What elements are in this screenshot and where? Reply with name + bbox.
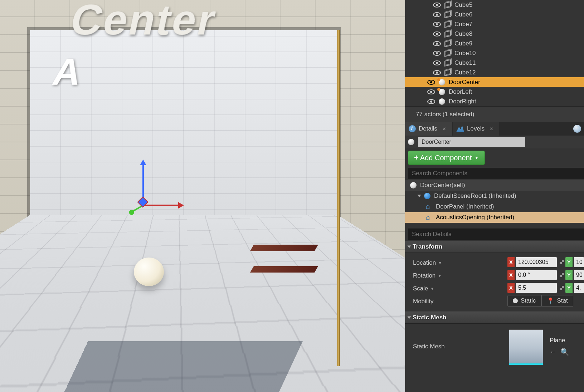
visibility-icon[interactable] <box>433 22 441 27</box>
expand-icon[interactable] <box>560 273 564 277</box>
scale-label: Scale▼ <box>413 282 507 295</box>
info-icon <box>409 125 416 132</box>
outliner-item[interactable]: Cube8 <box>405 29 584 39</box>
rotation-x-input[interactable] <box>516 270 557 280</box>
visibility-icon[interactable] <box>433 51 441 56</box>
tab-levels[interactable]: Levels ✕ <box>453 122 499 136</box>
outliner-item[interactable]: Cube12 <box>405 68 584 77</box>
mesh-asset-name[interactable]: Plane <box>550 337 569 344</box>
visibility-icon[interactable] <box>427 99 435 104</box>
visibility-icon[interactable] <box>433 31 441 36</box>
outliner-item-label: Cube10 <box>454 50 584 57</box>
mobility-label: Stat <box>557 297 568 304</box>
outliner-item-selected[interactable]: DoorCenter <box>405 77 584 87</box>
search-components-input[interactable] <box>408 168 584 179</box>
chevron-down-icon[interactable]: ▼ <box>430 286 434 291</box>
component-scene-root[interactable]: DefaultSceneRoot1 (Inherited) <box>405 191 584 201</box>
location-x-input[interactable] <box>516 257 557 267</box>
world-icon[interactable] <box>573 125 581 133</box>
chevron-down-icon: ▼ <box>474 155 479 160</box>
actor-name-input[interactable] <box>418 137 525 147</box>
door-frame-edge <box>337 30 340 366</box>
section-static-mesh[interactable]: Static Mesh <box>405 312 584 324</box>
visibility-icon[interactable] <box>427 80 435 85</box>
outliner-item[interactable]: DoorRight <box>405 97 584 106</box>
back-arrow-icon[interactable]: ← <box>550 348 557 356</box>
mobility-stationary-button[interactable]: 📍Stat <box>541 295 573 307</box>
outliner-item-label: DoorLeft <box>449 88 584 95</box>
section-label: Transform <box>413 243 442 250</box>
gizmo-axis-x[interactable] <box>143 205 179 206</box>
component-root[interactable]: DoorCenter(self) <box>405 180 584 191</box>
component-label: DefaultSceneRoot1 (Inherited) <box>434 192 516 200</box>
scale-y-input[interactable] <box>574 283 584 293</box>
component-label: DoorCenter(self) <box>420 182 465 189</box>
scale-x-input[interactable] <box>516 283 557 293</box>
component-door-panel[interactable]: DoorPanel (Inherited) <box>405 201 584 212</box>
chevron-down-icon[interactable]: ▼ <box>438 261 442 265</box>
actor-sphere-icon <box>439 79 445 85</box>
visibility-icon[interactable] <box>433 60 441 65</box>
search-details-input[interactable] <box>408 229 584 240</box>
outliner-item[interactable]: Cube11 <box>405 58 584 68</box>
transform-gizmo[interactable] <box>132 182 179 240</box>
expand-triangle-icon[interactable] <box>408 246 411 248</box>
add-component-button[interactable]: + Add Component ▼ <box>408 151 485 165</box>
outliner-item-label: DoorRight <box>449 98 584 105</box>
tab-label: Levels <box>467 125 485 132</box>
actor-sphere-3d[interactable] <box>134 258 164 286</box>
expand-icon[interactable] <box>560 286 564 290</box>
close-icon[interactable]: ✕ <box>490 126 493 132</box>
location-y-input[interactable] <box>574 257 584 267</box>
static-mesh-icon <box>444 2 451 8</box>
visibility-icon[interactable] <box>433 3 441 8</box>
floor-stripe <box>250 266 318 273</box>
close-icon[interactable]: ✕ <box>442 126 446 132</box>
add-component-label: Add Component <box>420 154 472 162</box>
actor-sphere-icon <box>408 139 414 145</box>
static-mesh-properties: Static Mesh Plane ← 🔍 <box>405 324 584 369</box>
outliner-item-label: Cube5 <box>454 1 584 9</box>
outliner-item[interactable]: Cube10 <box>405 48 584 58</box>
visibility-icon[interactable] <box>433 12 441 17</box>
component-acoustics-opening[interactable]: AcousticsOpening (Inherited) <box>405 212 584 223</box>
right-panel: Cube5 Cube6 Cube7 Cube8 Cube9 Cube10 Cub… <box>405 0 584 392</box>
static-mesh-icon <box>444 41 451 46</box>
expand-triangle-icon[interactable] <box>418 195 421 197</box>
outliner-item-label: Cube12 <box>454 69 584 76</box>
browse-icon[interactable]: 🔍 <box>560 348 569 356</box>
mesh-thumbnail[interactable] <box>509 329 543 364</box>
expand-icon[interactable] <box>560 260 564 264</box>
transform-properties: Location▼ Rotation▼ Scale▼ Mobility X Y … <box>405 253 584 312</box>
outliner-item-label: Cube11 <box>454 59 584 67</box>
outliner-item[interactable]: Cube5 <box>405 0 584 10</box>
viewport-3d[interactable]: Center A <box>0 0 405 392</box>
static-mesh-icon <box>444 70 451 75</box>
outliner-item[interactable]: Cube9 <box>405 39 584 48</box>
axis-y-badge: Y <box>565 283 573 293</box>
visibility-icon[interactable] <box>427 89 435 94</box>
axis-y-badge: Y <box>565 257 573 267</box>
outliner-item-label: Cube8 <box>454 30 584 38</box>
static-mesh-label: Static Mesh <box>413 343 509 350</box>
visibility-icon[interactable] <box>433 41 441 46</box>
axis-y-badge: Y <box>565 270 573 280</box>
mobility-static-button[interactable]: Static <box>507 295 541 307</box>
section-label: Static Mesh <box>413 314 446 321</box>
rotation-y-input[interactable] <box>574 270 584 280</box>
rotation-label: Rotation▼ <box>413 269 507 282</box>
outliner-item[interactable]: Cube6 <box>405 10 584 19</box>
outliner-item[interactable]: Cube7 <box>405 19 584 29</box>
static-mesh-icon <box>444 12 451 18</box>
gizmo-axis-y[interactable] <box>142 165 144 198</box>
outliner-item[interactable]: DoorLeft <box>405 87 584 97</box>
chevron-down-icon[interactable]: ▼ <box>438 274 442 278</box>
axis-x-badge: X <box>507 270 515 280</box>
expand-triangle-icon[interactable] <box>408 317 411 319</box>
visibility-icon[interactable] <box>433 70 441 75</box>
mobility-label: Static <box>521 297 536 304</box>
actor-sphere-icon <box>439 89 445 95</box>
mobility-label: Mobility <box>413 295 507 308</box>
tab-details[interactable]: Details ✕ <box>405 122 452 136</box>
section-transform[interactable]: Transform <box>405 241 584 253</box>
